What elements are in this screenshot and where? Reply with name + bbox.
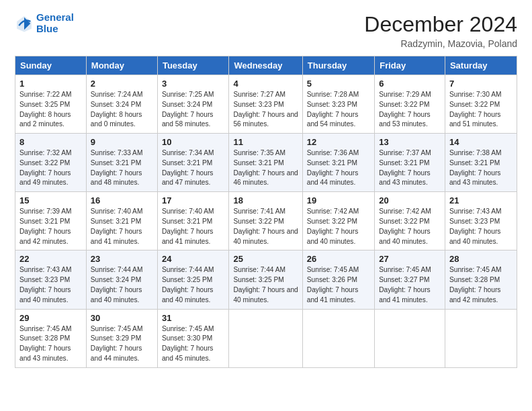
logo-text: General Blue [36, 12, 74, 34]
day-info: Sunrise: 7:45 AMSunset: 3:27 PMDaylight:… [379, 265, 441, 305]
calendar-cell: 16Sunrise: 7:40 AMSunset: 3:21 PMDayligh… [86, 192, 157, 250]
day-number: 8 [19, 137, 82, 147]
col-header-sunday: Sunday [15, 56, 87, 75]
calendar-cell: 11Sunrise: 7:35 AMSunset: 3:21 PMDayligh… [229, 134, 302, 192]
day-number: 3 [162, 79, 225, 89]
calendar-week-4: 22Sunrise: 7:43 AMSunset: 3:23 PMDayligh… [15, 250, 517, 309]
day-number: 2 [91, 79, 153, 89]
day-info: Sunrise: 7:25 AMSunset: 3:24 PMDaylight:… [162, 90, 225, 130]
day-info: Sunrise: 7:45 AMSunset: 3:30 PMDaylight:… [162, 324, 225, 364]
main-title: December 2024 [364, 12, 517, 37]
day-number: 31 [162, 313, 225, 323]
calendar-cell: 9Sunrise: 7:33 AMSunset: 3:21 PMDaylight… [86, 134, 157, 192]
calendar-header-row: SundayMondayTuesdayWednesdayThursdayFrid… [15, 56, 517, 75]
col-header-thursday: Thursday [302, 56, 374, 75]
day-number: 18 [233, 195, 298, 205]
calendar-cell: 24Sunrise: 7:44 AMSunset: 3:25 PMDayligh… [157, 250, 229, 309]
calendar-cell: 8Sunrise: 7:32 AMSunset: 3:22 PMDaylight… [15, 134, 87, 192]
day-number: 22 [19, 254, 82, 264]
calendar-cell: 3Sunrise: 7:25 AMSunset: 3:24 PMDaylight… [157, 75, 229, 134]
day-number: 26 [307, 254, 370, 264]
calendar-cell [229, 309, 302, 367]
day-number: 29 [19, 313, 82, 323]
day-number: 1 [19, 79, 82, 89]
day-info: Sunrise: 7:38 AMSunset: 3:21 PMDaylight:… [449, 148, 513, 188]
calendar-cell: 20Sunrise: 7:42 AMSunset: 3:22 PMDayligh… [375, 192, 445, 250]
calendar-cell: 25Sunrise: 7:44 AMSunset: 3:25 PMDayligh… [229, 250, 302, 309]
calendar-cell: 14Sunrise: 7:38 AMSunset: 3:21 PMDayligh… [445, 134, 517, 192]
calendar-cell: 19Sunrise: 7:42 AMSunset: 3:22 PMDayligh… [302, 192, 374, 250]
logo-icon [15, 14, 34, 33]
calendar-week-5: 29Sunrise: 7:45 AMSunset: 3:28 PMDayligh… [15, 309, 517, 367]
day-number: 19 [307, 195, 370, 205]
calendar-cell: 22Sunrise: 7:43 AMSunset: 3:23 PMDayligh… [15, 250, 87, 309]
calendar-cell: 6Sunrise: 7:29 AMSunset: 3:22 PMDaylight… [375, 75, 445, 134]
col-header-tuesday: Tuesday [157, 56, 229, 75]
calendar-cell [375, 309, 445, 367]
day-info: Sunrise: 7:39 AMSunset: 3:21 PMDaylight:… [19, 207, 82, 246]
day-number: 10 [162, 137, 225, 147]
calendar-table: SundayMondayTuesdayWednesdayThursdayFrid… [15, 56, 517, 368]
calendar-cell: 26Sunrise: 7:45 AMSunset: 3:26 PMDayligh… [302, 250, 374, 309]
day-number: 13 [379, 137, 441, 147]
day-number: 14 [449, 137, 513, 147]
calendar-cell: 10Sunrise: 7:34 AMSunset: 3:21 PMDayligh… [157, 134, 229, 192]
day-info: Sunrise: 7:27 AMSunset: 3:23 PMDaylight:… [233, 90, 298, 130]
col-header-saturday: Saturday [445, 56, 517, 75]
calendar-cell: 4Sunrise: 7:27 AMSunset: 3:23 PMDaylight… [229, 75, 302, 134]
day-info: Sunrise: 7:43 AMSunset: 3:23 PMDaylight:… [19, 265, 82, 305]
calendar-cell: 29Sunrise: 7:45 AMSunset: 3:28 PMDayligh… [15, 309, 87, 367]
calendar-cell [445, 309, 517, 367]
day-info: Sunrise: 7:45 AMSunset: 3:26 PMDaylight:… [307, 265, 370, 305]
col-header-monday: Monday [86, 56, 157, 75]
calendar-cell: 18Sunrise: 7:41 AMSunset: 3:22 PMDayligh… [229, 192, 302, 250]
day-number: 16 [91, 195, 153, 205]
day-info: Sunrise: 7:33 AMSunset: 3:21 PMDaylight:… [91, 148, 153, 188]
day-number: 6 [379, 79, 441, 89]
day-info: Sunrise: 7:36 AMSunset: 3:21 PMDaylight:… [307, 148, 370, 188]
day-info: Sunrise: 7:40 AMSunset: 3:21 PMDaylight:… [91, 207, 153, 246]
calendar-cell: 27Sunrise: 7:45 AMSunset: 3:27 PMDayligh… [375, 250, 445, 309]
calendar-cell: 17Sunrise: 7:40 AMSunset: 3:21 PMDayligh… [157, 192, 229, 250]
day-info: Sunrise: 7:40 AMSunset: 3:21 PMDaylight:… [162, 207, 225, 246]
day-info: Sunrise: 7:44 AMSunset: 3:25 PMDaylight:… [233, 265, 298, 305]
day-number: 9 [91, 137, 153, 147]
day-number: 23 [91, 254, 153, 264]
day-info: Sunrise: 7:32 AMSunset: 3:22 PMDaylight:… [19, 148, 82, 188]
day-number: 30 [91, 313, 153, 323]
calendar-cell: 30Sunrise: 7:45 AMSunset: 3:29 PMDayligh… [86, 309, 157, 367]
calendar-week-1: 1Sunrise: 7:22 AMSunset: 3:25 PMDaylight… [15, 75, 517, 134]
day-number: 28 [449, 254, 513, 264]
day-number: 7 [449, 79, 513, 89]
calendar-cell: 31Sunrise: 7:45 AMSunset: 3:30 PMDayligh… [157, 309, 229, 367]
day-number: 12 [307, 137, 370, 147]
calendar-cell: 13Sunrise: 7:37 AMSunset: 3:21 PMDayligh… [375, 134, 445, 192]
day-info: Sunrise: 7:44 AMSunset: 3:24 PMDaylight:… [91, 265, 153, 305]
day-info: Sunrise: 7:24 AMSunset: 3:24 PMDaylight:… [91, 90, 153, 130]
day-number: 24 [162, 254, 225, 264]
calendar-cell: 15Sunrise: 7:39 AMSunset: 3:21 PMDayligh… [15, 192, 87, 250]
calendar-week-2: 8Sunrise: 7:32 AMSunset: 3:22 PMDaylight… [15, 134, 517, 192]
day-info: Sunrise: 7:29 AMSunset: 3:22 PMDaylight:… [379, 90, 441, 130]
day-info: Sunrise: 7:30 AMSunset: 3:22 PMDaylight:… [449, 90, 513, 130]
day-number: 5 [307, 79, 370, 89]
header: General Blue December 2024 Radzymin, Maz… [15, 12, 517, 49]
day-number: 15 [19, 195, 82, 205]
col-header-friday: Friday [375, 56, 445, 75]
day-info: Sunrise: 7:45 AMSunset: 3:29 PMDaylight:… [91, 324, 153, 364]
calendar-cell: 2Sunrise: 7:24 AMSunset: 3:24 PMDaylight… [86, 75, 157, 134]
day-info: Sunrise: 7:35 AMSunset: 3:21 PMDaylight:… [233, 148, 298, 188]
day-info: Sunrise: 7:22 AMSunset: 3:25 PMDaylight:… [19, 90, 82, 130]
calendar-cell: 12Sunrise: 7:36 AMSunset: 3:21 PMDayligh… [302, 134, 374, 192]
page: General Blue December 2024 Radzymin, Maz… [0, 0, 532, 411]
day-number: 25 [233, 254, 298, 264]
day-info: Sunrise: 7:42 AMSunset: 3:22 PMDaylight:… [307, 207, 370, 246]
day-number: 20 [379, 195, 441, 205]
subtitle: Radzymin, Mazovia, Poland [364, 38, 517, 49]
calendar-week-3: 15Sunrise: 7:39 AMSunset: 3:21 PMDayligh… [15, 192, 517, 250]
day-info: Sunrise: 7:41 AMSunset: 3:22 PMDaylight:… [233, 207, 298, 246]
title-block: December 2024 Radzymin, Mazovia, Poland [364, 12, 517, 49]
calendar-cell: 21Sunrise: 7:43 AMSunset: 3:23 PMDayligh… [445, 192, 517, 250]
calendar-cell: 5Sunrise: 7:28 AMSunset: 3:23 PMDaylight… [302, 75, 374, 134]
day-number: 21 [449, 195, 513, 205]
